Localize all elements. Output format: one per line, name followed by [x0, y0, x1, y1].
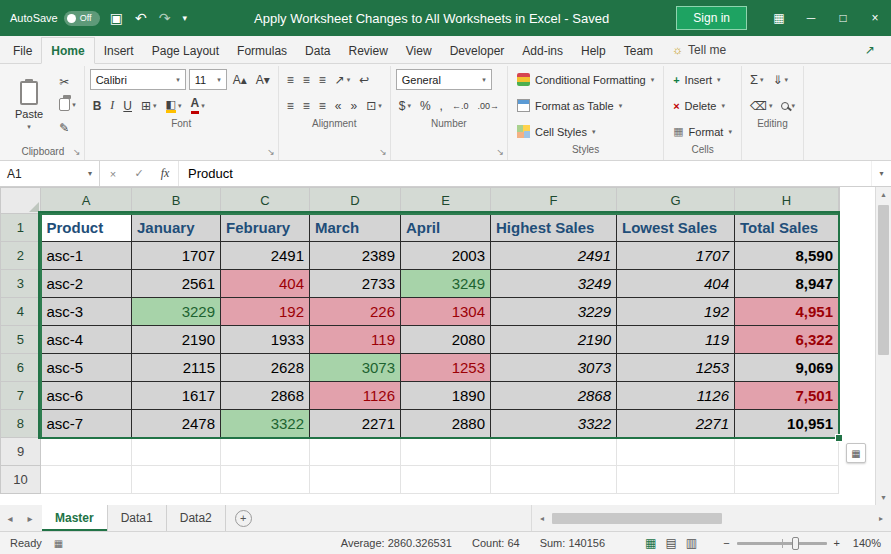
tab-add-ins[interactable]: Add-ins [513, 38, 572, 63]
cell-F8[interactable]: 3322 [491, 410, 617, 438]
cell-E5[interactable]: 2080 [401, 326, 491, 354]
cell-G2[interactable]: 1707 [617, 242, 735, 270]
cell-G7[interactable]: 1126 [617, 382, 735, 410]
cell-D10[interactable] [310, 466, 401, 494]
customize-qat-icon[interactable]: ▾ [182, 13, 187, 23]
name-box[interactable]: A1 ▾ [0, 161, 100, 186]
cell-B3[interactable]: 2561 [132, 270, 221, 298]
cell-F1[interactable]: Highest Sales [491, 214, 617, 242]
cell-G1[interactable]: Lowest Sales [617, 214, 735, 242]
tab-view[interactable]: View [397, 38, 441, 63]
cell-F3[interactable]: 3249 [491, 270, 617, 298]
cell-H6[interactable]: 9,069 [735, 354, 839, 382]
cell-G8[interactable]: 2271 [617, 410, 735, 438]
cell-E3[interactable]: 3249 [401, 270, 491, 298]
cell-D4[interactable]: 226 [310, 298, 401, 326]
cell-F10[interactable] [491, 466, 617, 494]
cell-C1[interactable]: February [221, 214, 310, 242]
increase-indent-button[interactable]: » [347, 96, 360, 115]
clear-button[interactable]: ⌫▾ [747, 96, 775, 115]
delete-cells-button[interactable]: × Delete ▾ [669, 95, 736, 116]
cell-H2[interactable]: 8,590 [735, 242, 839, 270]
cell-C9[interactable] [221, 438, 310, 466]
vertical-scrollbar[interactable]: ▲ ▼ [875, 187, 891, 505]
tab-developer[interactable]: Developer [441, 38, 514, 63]
cell-B9[interactable] [132, 438, 221, 466]
save-icon[interactable]: ▣ [110, 10, 123, 26]
cell-G5[interactable]: 119 [617, 326, 735, 354]
cell-D3[interactable]: 2733 [310, 270, 401, 298]
cell-B6[interactable]: 2115 [132, 354, 221, 382]
row-header-10[interactable]: 10 [1, 466, 41, 494]
decrease-font-size-button[interactable]: A▾ [253, 70, 273, 89]
row-header-7[interactable]: 7 [1, 382, 41, 410]
cell-E4[interactable]: 1304 [401, 298, 491, 326]
cell-E2[interactable]: 2003 [401, 242, 491, 270]
number-dialog-launcher[interactable]: ↘ [496, 148, 504, 157]
align-center-button[interactable]: ≡ [300, 96, 313, 115]
cell-C6[interactable]: 2628 [221, 354, 310, 382]
column-header-H[interactable]: H [735, 188, 839, 214]
page-layout-view-icon[interactable]: ▤ [665, 536, 676, 550]
formula-bar-expand-icon[interactable]: ▾ [871, 161, 891, 186]
column-header-E[interactable]: E [401, 188, 491, 214]
align-left-button[interactable]: ≡ [284, 96, 297, 115]
cell-D9[interactable] [310, 438, 401, 466]
wrap-text-button[interactable]: ↩ [356, 70, 372, 89]
font-size-select[interactable]: 11▾ [189, 69, 227, 90]
paste-button[interactable]: Paste ▾ [7, 69, 51, 143]
sheet-tab-master[interactable]: Master [42, 505, 108, 531]
tab-review[interactable]: Review [339, 38, 396, 63]
row-header-5[interactable]: 5 [1, 326, 41, 354]
cell-A10[interactable] [41, 466, 132, 494]
cell-G10[interactable] [617, 466, 735, 494]
cell-C10[interactable] [221, 466, 310, 494]
tab-file[interactable]: File [4, 38, 41, 63]
cell-D1[interactable]: March [310, 214, 401, 242]
cell-H9[interactable] [735, 438, 839, 466]
page-break-view-icon[interactable]: ▥ [686, 536, 697, 550]
increase-decimal-button[interactable]: ←.0 [449, 96, 472, 115]
scroll-right-icon[interactable]: ▸ [873, 514, 889, 523]
comma-style-button[interactable]: , [437, 96, 446, 115]
horizontal-scroll-thumb[interactable] [552, 513, 722, 524]
cell-C3[interactable]: 404 [221, 270, 310, 298]
zoom-slider[interactable] [737, 542, 827, 545]
fill-handle[interactable] [835, 434, 843, 442]
cell-H4[interactable]: 4,951 [735, 298, 839, 326]
cell-D6[interactable]: 3073 [310, 354, 401, 382]
cell-A6[interactable]: asc-5 [41, 354, 132, 382]
tab-data[interactable]: Data [296, 38, 339, 63]
underline-button[interactable]: U [120, 96, 135, 115]
cell-B8[interactable]: 2478 [132, 410, 221, 438]
align-right-button[interactable]: ≡ [316, 96, 329, 115]
cell-H5[interactable]: 6,322 [735, 326, 839, 354]
sheet-tab-data1[interactable]: Data1 [108, 505, 167, 531]
autosum-button[interactable]: Σ▾ [747, 70, 767, 89]
cell-B5[interactable]: 2190 [132, 326, 221, 354]
cell-B4[interactable]: 3229 [132, 298, 221, 326]
find-select-button[interactable]: ▾ [778, 96, 798, 115]
cell-E9[interactable] [401, 438, 491, 466]
close-icon[interactable]: × [859, 0, 891, 36]
percent-style-button[interactable]: % [417, 96, 434, 115]
merge-center-button[interactable]: ⊡▾ [363, 96, 385, 115]
column-header-A[interactable]: A [41, 188, 132, 214]
cell-E10[interactable] [401, 466, 491, 494]
cell-C5[interactable]: 1933 [221, 326, 310, 354]
tab-insert[interactable]: Insert [95, 38, 143, 63]
cell-A4[interactable]: asc-3 [41, 298, 132, 326]
cell-A3[interactable]: asc-2 [41, 270, 132, 298]
insert-cells-button[interactable]: + Insert ▾ [669, 69, 736, 90]
cell-H1[interactable]: Total Sales [735, 214, 839, 242]
alignment-dialog-launcher[interactable]: ↘ [379, 148, 387, 157]
sheet-tab-data2[interactable]: Data2 [167, 505, 226, 531]
cell-B1[interactable]: January [132, 214, 221, 242]
ribbon-display-options-icon[interactable]: ▦ [763, 0, 795, 36]
column-header-G[interactable]: G [617, 188, 735, 214]
tab-home[interactable]: Home [41, 37, 94, 64]
column-header-F[interactable]: F [491, 188, 617, 214]
minimize-icon[interactable]: ─ [795, 0, 827, 36]
borders-button[interactable]: ⊞▾ [138, 96, 160, 115]
cell-A7[interactable]: asc-6 [41, 382, 132, 410]
